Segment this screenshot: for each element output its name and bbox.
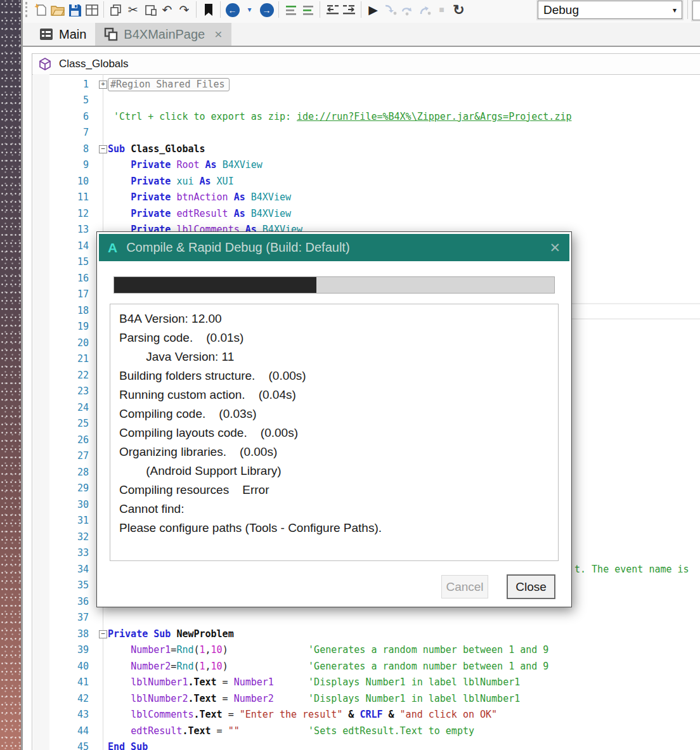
code-section-title: Class_Globals [59, 58, 129, 70]
line-number: 7 [23, 125, 89, 141]
line-number: 35 [23, 578, 89, 593]
line-number: 9 [23, 157, 89, 173]
dialog-titlebar[interactable]: A Compile & Rapid Debug (Build: Default)… [99, 234, 569, 261]
combo-caret-icon: ▾ [673, 6, 677, 15]
line-number: 8 [23, 141, 89, 157]
toolbar-separator [103, 1, 104, 18]
build-config-value: Debug [543, 3, 579, 17]
fold-collapse-icon[interactable]: − [99, 630, 107, 638]
fold-collapse-icon[interactable]: − [99, 145, 107, 153]
line-number: 12 [23, 206, 89, 222]
toolbar-separator [687, 0, 688, 19]
step-over-icon[interactable] [399, 1, 416, 18]
code-line: 45End Sub [23, 739, 700, 750]
dialog-close-icon[interactable]: ✕ [549, 240, 561, 255]
line-number: 41 [23, 675, 89, 690]
paste-icon[interactable] [141, 1, 159, 18]
export-zip-link[interactable]: ide://run?File=%B4X%\Zipper.jar&Args=Pro… [297, 111, 571, 122]
log-line: Compiling resources Error [119, 481, 549, 500]
cancel-button[interactable]: Cancel [441, 575, 488, 598]
outdent-icon[interactable] [323, 1, 340, 18]
cut-icon[interactable]: ✂ [124, 1, 141, 18]
code-text: Sub Class_Globals [108, 141, 205, 157]
navigate-back-icon[interactable]: ← [224, 1, 241, 18]
class-cube-icon [39, 58, 51, 70]
bookmark-margin [33, 74, 49, 750]
build-config-select[interactable]: Debug ▾ [538, 1, 682, 19]
navigate-forward-icon[interactable]: → [258, 1, 275, 18]
redo-icon[interactable]: ↷ [176, 1, 193, 18]
line-number: 26 [23, 432, 89, 448]
new-file-icon[interactable] [32, 1, 49, 18]
code-text: End Sub [108, 739, 148, 750]
line-number: 25 [23, 416, 89, 432]
save-icon[interactable] [66, 1, 83, 18]
navigate-history-dropdown-icon[interactable]: ▾ [241, 1, 258, 18]
line-number: 24 [23, 400, 89, 416]
screen: ✂ ↶ ↷ ← [0, 0, 700, 750]
line-number: 36 [23, 594, 89, 610]
log-line: Running custom action. (0.04s) [119, 385, 549, 404]
rebuild-icon[interactable]: ↻ [450, 1, 467, 18]
export-table-icon[interactable] [83, 1, 100, 18]
line-number: 44 [23, 723, 89, 739]
tab-close-icon[interactable]: × [214, 27, 222, 42]
undo-icon[interactable]: ↶ [159, 1, 176, 18]
line-number: 28 [23, 465, 89, 481]
line-number: 17 [23, 287, 89, 302]
main-form-icon [39, 28, 53, 41]
main-toolbar: ✂ ↶ ↷ ← [23, 0, 700, 23]
code-text: Number1=Rnd(1,10) 'Generates a random nu… [108, 642, 548, 658]
uncomment-code-icon[interactable] [299, 1, 316, 18]
step-into-icon[interactable] [382, 1, 399, 18]
line-number: 33 [23, 545, 89, 561]
line-number: 22 [23, 368, 89, 384]
code-line: 41 lblNumber1.Text = Number1 'Displays N… [23, 675, 700, 691]
indent-icon[interactable] [340, 1, 358, 18]
code-text: lblComments.Text = "Enter the result" & … [108, 707, 497, 723]
fold-expand-icon[interactable]: + [99, 81, 107, 89]
code-line: 12 Private edtResult As B4XView [23, 206, 700, 223]
stop-icon[interactable]: ■ [433, 1, 450, 18]
tab-label: B4XMainPage [124, 27, 205, 42]
line-number: 29 [23, 481, 89, 496]
code-text: Private Root As B4XView [108, 157, 262, 173]
code-line: 43 lblComments.Text = "Enter the result"… [23, 707, 700, 723]
close-button[interactable]: Close [507, 574, 555, 599]
toolbar-separator [220, 1, 221, 18]
line-number: 11 [23, 190, 89, 205]
log-line: Java Version: 11 [119, 347, 549, 366]
copy-icon[interactable] [107, 1, 124, 18]
step-out-icon[interactable] [416, 1, 433, 18]
code-text: Private btnAction As B4XView [108, 190, 291, 205]
open-file-icon[interactable] [49, 1, 66, 18]
toolbar-separator [361, 1, 361, 18]
comment-code-icon[interactable] [282, 1, 299, 18]
code-text: #Region Shared Files [108, 77, 230, 93]
code-panel-border [32, 53, 32, 750]
line-number: 37 [23, 610, 89, 626]
toolbar-separator [196, 1, 197, 18]
log-line: Building folders structure. (0.00s) [119, 366, 549, 385]
line-number: 14 [23, 238, 89, 254]
log-line: B4A Version: 12.00 [119, 309, 549, 328]
code-text: edtResult.Text = "" 'Sets edtResult.Text… [108, 723, 474, 739]
log-line: Cannot find: [119, 500, 549, 519]
run-icon[interactable]: ▶ [365, 1, 382, 18]
line-number: 15 [23, 254, 89, 270]
line-number: 19 [23, 319, 89, 335]
code-line: 11 Private btnAction As B4XView [23, 190, 700, 206]
b4x-page-icon [104, 27, 118, 41]
line-number: 34 [23, 562, 89, 578]
compile-dialog: A Compile & Rapid Debug (Build: Default)… [96, 231, 572, 607]
line-number: 18 [23, 303, 89, 319]
progress-fill [114, 277, 316, 293]
toolbar-grip[interactable] [25, 2, 27, 17]
compile-log[interactable]: B4A Version: 12.00Parsing code. (0.01s) … [110, 304, 559, 561]
line-number: 43 [23, 707, 89, 723]
bookmark-icon[interactable] [200, 1, 217, 18]
code-text: Private xui As XUI [108, 174, 234, 190]
tab-main[interactable]: Main [30, 23, 95, 46]
tab-b4xmainpage[interactable]: B4XMainPage × [95, 23, 231, 46]
code-line: 7 [23, 125, 700, 141]
